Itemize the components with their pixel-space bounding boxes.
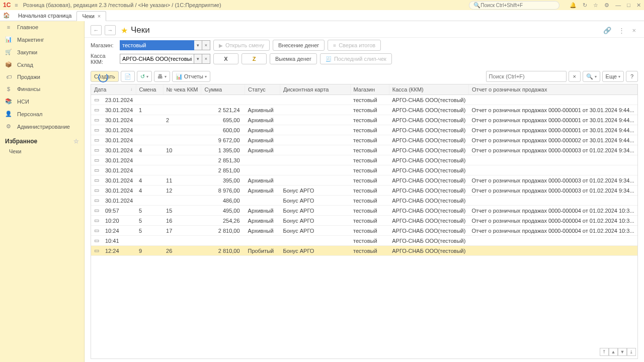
- page-star-icon[interactable]: ★: [121, 26, 128, 35]
- cell-kassa: АРГО-СНАБ ООО(тестовый): [389, 196, 468, 206]
- cell-kassa: АРГО-СНАБ ООО(тестовый): [389, 155, 468, 165]
- scroll-down-icon[interactable]: ▼: [618, 348, 627, 356]
- scroll-up-icon[interactable]: ▲: [609, 348, 618, 356]
- more-button[interactable]: Еще▾: [602, 71, 624, 82]
- cell-status: Архивный: [245, 206, 280, 216]
- table-row[interactable]: ▭23.01.2024тестовыйАРГО-СНАБ ООО(тестовы…: [91, 95, 637, 105]
- table-row[interactable]: ▭30.01.20242 851,00тестовыйАРГО-СНАБ ООО…: [91, 165, 637, 175]
- col-sum[interactable]: Сумма: [201, 84, 245, 95]
- cell-check: 11: [163, 175, 201, 186]
- table-row[interactable]: ▭30.01.20249 672,00АрхивныйтестовыйАРГО-…: [91, 135, 637, 145]
- reports-button[interactable]: 📊Отчеты▾: [172, 71, 210, 82]
- tab-checks[interactable]: Чеки ×: [76, 11, 106, 21]
- tab-close-icon[interactable]: ×: [98, 13, 101, 19]
- sidebar-item-8[interactable]: ⚙Администрирование: [0, 120, 84, 133]
- table-row[interactable]: ▭30.01.202412 521,24АрхивныйтестовыйАРГО…: [91, 105, 637, 115]
- table-row[interactable]: ▭30.01.20242695,00АрхивныйтестовыйАРГО-С…: [91, 115, 637, 125]
- table-search-input[interactable]: [486, 71, 567, 82]
- table-row[interactable]: ▭10:41тестовыйАРГО-СНАБ ООО(тестовый): [91, 236, 637, 246]
- home-icon[interactable]: 🏠: [3, 12, 10, 19]
- history-icon[interactable]: ↻: [583, 2, 587, 9]
- sidebar-item-7[interactable]: 👤Персонал: [0, 108, 84, 120]
- maximize-icon[interactable]: □: [627, 2, 630, 8]
- app-logo: 1С: [3, 2, 11, 9]
- table-row[interactable]: ▭30.01.20242 851,30тестовыйАРГО-СНАБ ООО…: [91, 155, 637, 165]
- close-page-icon[interactable]: ×: [630, 27, 638, 34]
- cell-kassa: АРГО-СНАБ ООО(тестовый): [389, 115, 468, 125]
- table-row[interactable]: ▭30.01.2024486,00Бонус АРГОтестовыйАРГО-…: [91, 196, 637, 206]
- table-row[interactable]: ▭09:57515495,00АрхивныйБонус АРГОтестовы…: [91, 206, 637, 216]
- table-row[interactable]: ▭30.01.20244101 395,00АрхивныйтестовыйАР…: [91, 145, 637, 155]
- col-card[interactable]: Дисконтная карта: [280, 84, 350, 95]
- close-window-icon[interactable]: ✕: [636, 2, 641, 9]
- cell-card: Бонус АРГО: [280, 216, 350, 226]
- star-icon[interactable]: ☆: [593, 2, 598, 9]
- scroll-top-icon[interactable]: ⤒: [600, 348, 609, 356]
- scroll-bottom-icon[interactable]: ⤓: [627, 348, 636, 356]
- nav-back-button[interactable]: ←: [91, 25, 102, 35]
- open-shift-button[interactable]: ▶Открыть смену: [213, 40, 270, 51]
- shop-select[interactable]: [120, 40, 194, 50]
- col-smena[interactable]: Смена: [136, 84, 163, 95]
- search-clear-button[interactable]: ×: [569, 71, 581, 82]
- col-kassa[interactable]: Касса (ККМ): [389, 84, 468, 95]
- shop-clear-icon[interactable]: ×: [202, 40, 210, 50]
- table-row[interactable]: ▭30.01.2024411395,00АрхивныйтестовыйАРГО…: [91, 175, 637, 186]
- bell-icon[interactable]: 🔔: [570, 2, 577, 9]
- search-button[interactable]: 🔍▾: [583, 71, 600, 82]
- copy-button[interactable]: 📄: [121, 71, 135, 82]
- print-button[interactable]: 🖶▾: [154, 71, 170, 82]
- menu-icon[interactable]: ≡: [15, 2, 18, 8]
- table-row[interactable]: ▭30.01.20244128 976,00АрхивныйБонус АРГО…: [91, 186, 637, 196]
- table-row[interactable]: ▭10:245172 810,00АрхивныйБонус АРГОтесто…: [91, 226, 637, 236]
- cell-card: [280, 105, 350, 115]
- totals-button[interactable]: ≡Сверка итогов: [328, 40, 381, 51]
- favorites-star-icon[interactable]: ☆: [73, 138, 79, 145]
- sidebar-item-0[interactable]: ≡Главное: [0, 21, 84, 33]
- minimize-icon[interactable]: —: [615, 2, 621, 8]
- table-container[interactable]: Дата↓ Смена № чека ККМ Сумма Статус Диск…: [91, 84, 638, 359]
- shop-dropdown-icon[interactable]: ▾: [194, 40, 202, 50]
- cell-report: [468, 236, 637, 246]
- sidebar-item-3[interactable]: 📦Склад: [0, 58, 84, 71]
- nav-label: НСИ: [17, 99, 29, 105]
- col-date[interactable]: Дата↓: [91, 84, 136, 95]
- withdraw-button[interactable]: Выемка денег: [270, 53, 317, 64]
- cell-date: 30.01.2024: [102, 105, 136, 115]
- edit-button[interactable]: ↺▾: [137, 71, 152, 82]
- table-row[interactable]: ▭12:249262 810,00ПробитыйБонус АРГОтесто…: [91, 246, 637, 256]
- col-shop[interactable]: Магазин: [350, 84, 389, 95]
- doc-icon: ▭: [91, 145, 102, 155]
- create-button[interactable]: Создать: [91, 71, 119, 82]
- link-icon[interactable]: 🔗: [601, 27, 613, 34]
- last-slip-button[interactable]: 🧾Последний слип-чек: [320, 53, 392, 64]
- sidebar-item-5[interactable]: $Финансы: [0, 83, 84, 95]
- z-report-button[interactable]: Z: [242, 53, 267, 64]
- table-row[interactable]: ▭10:20516254,26АрхивныйБонус АРГОтестовы…: [91, 216, 637, 226]
- more-icon[interactable]: ⋮: [616, 27, 627, 34]
- x-report-button[interactable]: X: [213, 53, 238, 64]
- sidebar-item-2[interactable]: 🛒Закупки: [0, 46, 84, 58]
- settings-icon[interactable]: ⚙: [604, 2, 609, 9]
- kassa-select[interactable]: [120, 54, 194, 64]
- col-check-no[interactable]: № чека ККМ: [163, 84, 201, 95]
- col-report[interactable]: Отчет о розничных продажах: [468, 84, 637, 95]
- help-button[interactable]: ?: [626, 71, 638, 82]
- kassa-dropdown-icon[interactable]: ▾: [194, 54, 202, 64]
- kassa-clear-icon[interactable]: ×: [202, 54, 210, 64]
- sidebar-item-6[interactable]: 📚НСИ: [0, 95, 84, 108]
- global-search-input[interactable]: [480, 3, 555, 8]
- favorite-checks[interactable]: Чеки: [0, 147, 84, 156]
- table-row[interactable]: ▭30.01.2024600,00АрхивныйтестовыйАРГО-СН…: [91, 125, 637, 135]
- sidebar-item-4[interactable]: 🏷Продажи: [0, 71, 84, 83]
- deposit-button[interactable]: Внесение денег: [273, 40, 325, 51]
- cell-report: [468, 196, 637, 206]
- tab-start[interactable]: Начальная страница: [13, 11, 76, 20]
- cell-smena: 4: [136, 186, 163, 196]
- col-status[interactable]: Статус: [245, 84, 280, 95]
- cell-sum: 254,26: [201, 216, 245, 226]
- sidebar-item-1[interactable]: 📊Маркетинг: [0, 33, 84, 46]
- cell-report: Отчет о розничных продажах 0000-000004 о…: [468, 206, 637, 216]
- global-search[interactable]: 🔍: [469, 1, 559, 10]
- nav-forward-button[interactable]: →: [105, 25, 116, 35]
